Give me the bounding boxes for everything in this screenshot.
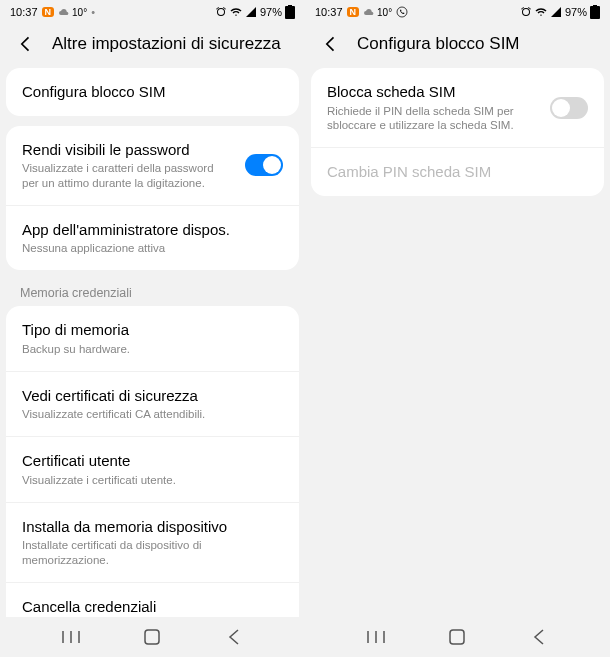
item-lock-sim[interactable]: Blocca scheda SIM Richiede il PIN della … [311,68,604,148]
item-configure-sim[interactable]: Configura blocco SIM [6,68,299,116]
item-clear-creds[interactable]: Cancella credenziali Rimuove tutti i cer… [6,583,299,617]
battery-icon [590,5,600,19]
toggle-lock-sim[interactable] [550,97,588,119]
alarm-icon [520,6,532,18]
cloud-icon [363,6,375,18]
notification-badge: N [347,7,360,17]
item-sub: Installate certificati da dispositivo di… [22,538,283,568]
page-title: Altre impostazioni di sicurezza [52,34,281,54]
page-title: Configura blocco SIM [357,34,520,54]
phone-left: 10:37 N 10° • 97% Altre impostazioni di … [0,0,305,657]
nav-back[interactable] [222,625,246,649]
temperature: 10° [363,6,392,18]
card-password-admin: Rendi visibili le password Visualizzate … [6,126,299,271]
item-title: Blocca scheda SIM [327,82,538,102]
item-title: Vedi certificati di sicurezza [22,386,283,406]
status-right: 97% [520,5,600,19]
svg-rect-0 [285,6,295,19]
alarm-icon [215,6,227,18]
item-sub: Visualizzate i caratteri della password … [22,161,233,191]
signal-icon [245,6,257,18]
section-credentials: Memoria credenziali [0,280,305,306]
status-bar: 10:37 N 10° • 97% [0,0,305,24]
svg-rect-4 [590,6,600,19]
clock: 10:37 [10,6,38,18]
item-sub: Backup su hardware. [22,342,283,357]
item-admin-apps[interactable]: App dell'amministratore dispos. Nessuna … [6,206,299,270]
dot-icon: • [91,6,95,18]
item-title: Cambia PIN scheda SIM [327,162,588,182]
clock: 10:37 [315,6,343,18]
item-change-pin: Cambia PIN scheda SIM [311,148,604,196]
wifi-icon [230,6,242,18]
status-left: 10:37 N 10° • [10,6,95,18]
content: Blocca scheda SIM Richiede il PIN della … [305,68,610,617]
status-bar: 10:37 N 10° 97% [305,0,610,24]
nav-bar [0,617,305,657]
battery-pct: 97% [260,6,282,18]
item-storage-type[interactable]: Tipo di memoria Backup su hardware. [6,306,299,371]
item-title: Certificati utente [22,451,283,471]
cloud-icon [58,6,70,18]
temperature: 10° [58,6,87,18]
status-left: 10:37 N 10° [315,6,408,18]
svg-rect-6 [450,630,464,644]
item-title: App dell'amministratore dispos. [22,220,283,240]
toggle-show-passwords[interactable] [245,154,283,176]
whatsapp-icon [396,6,408,18]
item-title: Rendi visibili le password [22,140,233,160]
card-sim-lock: Blocca scheda SIM Richiede il PIN della … [311,68,604,196]
item-sub: Visualizzate i certificati utente. [22,473,283,488]
card-credentials: Tipo di memoria Backup su hardware. Vedi… [6,306,299,617]
notification-badge: N [42,7,55,17]
nav-home[interactable] [445,625,469,649]
item-title: Cancella credenziali [22,597,283,617]
nav-back[interactable] [527,625,551,649]
svg-rect-2 [145,630,159,644]
item-title: Installa da memoria dispositivo [22,517,283,537]
page-header: Altre impostazioni di sicurezza [0,24,305,68]
nav-bar [305,617,610,657]
page-header: Configura blocco SIM [305,24,610,68]
svg-rect-1 [288,5,292,7]
card-sim: Configura blocco SIM [6,68,299,116]
nav-recents[interactable] [59,625,83,649]
battery-pct: 97% [565,6,587,18]
svg-rect-5 [593,5,597,7]
back-icon[interactable] [321,34,341,54]
item-title: Configura blocco SIM [22,82,283,102]
item-user-certs[interactable]: Certificati utente Visualizzate i certif… [6,437,299,502]
status-right: 97% [215,5,295,19]
wifi-icon [535,6,547,18]
item-view-certs[interactable]: Vedi certificati di sicurezza Visualizza… [6,372,299,437]
signal-icon [550,6,562,18]
content: Configura blocco SIM Rendi visibili le p… [0,68,305,617]
item-install-storage[interactable]: Installa da memoria dispositivo Installa… [6,503,299,583]
nav-recents[interactable] [364,625,388,649]
battery-icon [285,5,295,19]
item-title: Tipo di memoria [22,320,283,340]
back-icon[interactable] [16,34,36,54]
svg-point-3 [397,7,407,17]
nav-home[interactable] [140,625,164,649]
phone-right: 10:37 N 10° 97% Configura blocco SIM Blo… [305,0,610,657]
item-show-passwords[interactable]: Rendi visibili le password Visualizzate … [6,126,299,206]
item-sub: Richiede il PIN della scheda SIM per sbl… [327,104,538,134]
item-sub: Nessuna applicazione attiva [22,241,283,256]
item-sub: Visualizzate certificati CA attendibili. [22,407,283,422]
